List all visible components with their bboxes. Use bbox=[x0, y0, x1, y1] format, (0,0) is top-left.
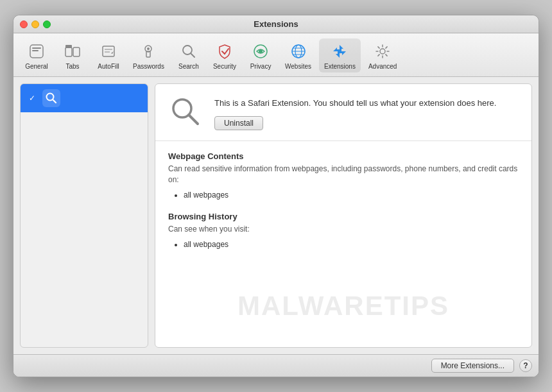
toolbar-item-advanced[interactable]: Advanced bbox=[363, 38, 402, 72]
webpage-contents-desc: Can read sensitive information from webp… bbox=[168, 164, 519, 185]
search-label: Search bbox=[178, 63, 199, 70]
advanced-icon bbox=[372, 41, 393, 62]
close-button[interactable] bbox=[20, 21, 28, 28]
toolbar-item-websites[interactable]: Websites bbox=[280, 38, 316, 72]
tabs-icon bbox=[62, 41, 83, 62]
extension-icon bbox=[42, 89, 60, 107]
general-label: General bbox=[25, 63, 48, 70]
extension-big-icon bbox=[168, 94, 204, 130]
browsing-history-list: all webpages bbox=[168, 239, 519, 251]
help-button[interactable]: ? bbox=[519, 359, 532, 372]
main-content: ✓ MALWARETIPS bbox=[13, 77, 539, 354]
toolbar-item-extensions[interactable]: Extensions bbox=[319, 38, 361, 72]
extension-checkbox[interactable]: ✓ bbox=[27, 93, 37, 103]
svg-rect-3 bbox=[65, 47, 72, 56]
toolbar: General Tabs AutoFill bbox=[13, 33, 539, 77]
extensions-icon bbox=[329, 41, 350, 62]
search-toolbar-icon bbox=[178, 41, 199, 62]
webpage-contents-list: all webpages bbox=[168, 189, 519, 201]
advanced-label: Advanced bbox=[368, 63, 397, 70]
extensions-label: Extensions bbox=[324, 63, 356, 70]
main-window: Extensions General Tabs bbox=[13, 15, 539, 377]
privacy-icon bbox=[250, 41, 271, 62]
websites-label: Websites bbox=[285, 63, 311, 70]
passwords-icon bbox=[138, 41, 159, 62]
webpage-contents-item: all webpages bbox=[184, 189, 519, 201]
svg-point-17 bbox=[259, 49, 263, 53]
svg-point-11 bbox=[147, 47, 150, 50]
extension-header-text: This is a Safari Extension. You should t… bbox=[214, 94, 519, 130]
security-icon bbox=[214, 41, 235, 62]
toolbar-item-tabs[interactable]: Tabs bbox=[56, 38, 89, 72]
svg-rect-6 bbox=[103, 46, 114, 56]
svg-line-27 bbox=[189, 115, 198, 124]
toolbar-item-autofill[interactable]: AutoFill bbox=[92, 38, 125, 72]
toolbar-item-passwords[interactable]: Passwords bbox=[128, 38, 169, 72]
more-extensions-button[interactable]: More Extensions... bbox=[431, 359, 514, 373]
uninstall-button[interactable]: Uninstall bbox=[214, 116, 263, 130]
toolbar-item-privacy[interactable]: Privacy bbox=[244, 38, 277, 72]
svg-point-23 bbox=[380, 49, 385, 54]
tabs-label: Tabs bbox=[65, 63, 79, 70]
extension-header: This is a Safari Extension. You should t… bbox=[155, 84, 531, 141]
svg-rect-1 bbox=[32, 47, 41, 49]
svg-line-13 bbox=[191, 53, 194, 57]
minimize-button[interactable] bbox=[31, 21, 39, 28]
toolbar-item-search[interactable]: Search bbox=[172, 38, 205, 72]
passwords-label: Passwords bbox=[133, 63, 164, 70]
autofill-icon bbox=[98, 41, 119, 62]
toolbar-item-general[interactable]: General bbox=[20, 38, 53, 72]
toolbar-item-security[interactable]: Security bbox=[208, 38, 241, 72]
titlebar: Extensions bbox=[13, 15, 539, 33]
bottom-bar: More Extensions... ? bbox=[13, 354, 539, 377]
browsing-history-item: all webpages bbox=[184, 239, 519, 251]
general-icon bbox=[26, 41, 47, 62]
webpage-contents-section: Webpage Contents Can read sensitive info… bbox=[168, 151, 519, 201]
webpage-contents-title: Webpage Contents bbox=[168, 151, 519, 161]
extension-description: This is a Safari Extension. You should t… bbox=[214, 97, 519, 110]
privacy-label: Privacy bbox=[250, 63, 272, 70]
websites-icon bbox=[288, 41, 309, 62]
svg-rect-2 bbox=[32, 50, 39, 51]
svg-rect-4 bbox=[73, 47, 80, 56]
permissions-section: Webpage Contents Can read sensitive info… bbox=[155, 141, 531, 271]
extensions-list: ✓ bbox=[20, 83, 148, 348]
window-title: Extensions bbox=[254, 19, 298, 29]
svg-line-15 bbox=[225, 49, 229, 54]
security-label: Security bbox=[213, 63, 236, 70]
maximize-button[interactable] bbox=[43, 21, 51, 28]
traffic-lights bbox=[20, 21, 51, 28]
browsing-history-desc: Can see when you visit: bbox=[168, 224, 519, 235]
extension-detail: MALWARETIPS This is a Safari Extension. … bbox=[155, 83, 532, 348]
detail-content: This is a Safari Extension. You should t… bbox=[155, 84, 531, 347]
browsing-history-title: Browsing History bbox=[168, 212, 519, 221]
svg-rect-5 bbox=[65, 45, 72, 48]
browsing-history-section: Browsing History Can see when you visit:… bbox=[168, 212, 519, 251]
extension-list-item[interactable]: ✓ bbox=[21, 84, 148, 112]
svg-line-25 bbox=[53, 99, 56, 103]
autofill-label: AutoFill bbox=[98, 63, 119, 70]
